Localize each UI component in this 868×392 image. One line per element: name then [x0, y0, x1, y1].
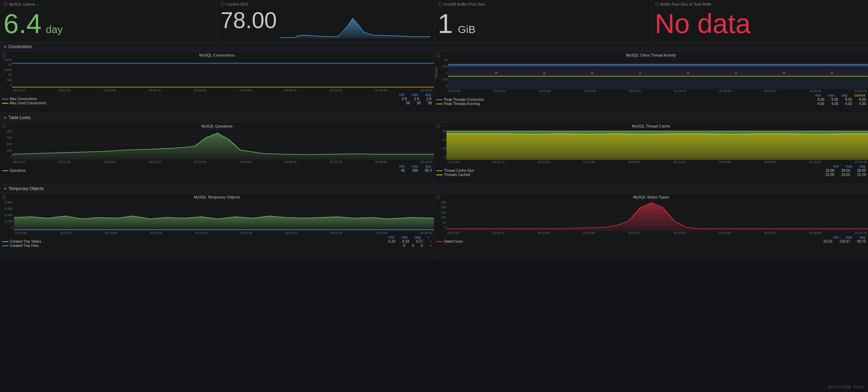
- connections-chart: [12, 57, 434, 88]
- mysql-temp-objects-panel: i MySQL Temporary Objects 0 0.100 0.200 …: [0, 194, 434, 258]
- mysql-client-thread-title: MySQL Client Thread Activity: [434, 53, 868, 57]
- thread-activity-chart: [448, 58, 868, 89]
- qps-value: 78.00: [221, 9, 277, 32]
- info-icon-buffer[interactable]: i: [438, 2, 442, 6]
- thread-cache-chart: [446, 129, 868, 160]
- mysql-thread-cache-title: MySQL Thread Cache: [434, 124, 868, 128]
- info-icon-connections[interactable]: i: [2, 53, 6, 57]
- mysql-client-thread-panel: i MySQL Client Thread Activity Threads 0…: [434, 52, 868, 113]
- connections-section-label: Connections: [8, 44, 32, 49]
- buffer-pool-total-panel: i Buffer Pool Size of Total RAM No data: [651, 0, 868, 42]
- temporary-objects-charts-row: i MySQL Temporary Objects 0 0.100 0.200 …: [0, 194, 868, 259]
- current-qps-title-row: i Current QPS: [221, 2, 431, 6]
- info-icon-buffer-total[interactable]: i: [655, 2, 659, 6]
- max-used-connections-label: Max Used Connections: [10, 101, 46, 105]
- mysql-uptime-title-row: i MySQL Uptime ⌄: [4, 2, 213, 6]
- mysql-questions-title: MySQL Questions: [0, 124, 434, 128]
- table-locks-arrow: ▼: [4, 116, 7, 120]
- innodb-buffer-title-row: i InnoDB Buffer Pool Size: [438, 2, 648, 6]
- connections-arrow: ▼: [4, 45, 7, 49]
- temporary-objects-section-header[interactable]: ▼ Temporary Objects: [0, 184, 868, 194]
- buffer-unit: GiB: [458, 24, 475, 35]
- svg-marker-31: [12, 133, 434, 160]
- temporary-objects-section-label: Temporary Objects: [8, 186, 44, 191]
- mysql-select-types-panel: i MySQL Select Types 0 50 100 150 200 25…: [434, 194, 868, 258]
- table-locks-charts-row: i MySQL Questions 0 100 200 300 400: [0, 123, 868, 184]
- qps-sparkline: [280, 8, 430, 39]
- innodb-buffer-title: InnoDB Buffer Pool Size: [443, 2, 485, 6]
- buffer-pool-total-title-row: i Buffer Pool Size of Total RAM: [655, 2, 865, 6]
- mysql-uptime-panel: i MySQL Uptime ⌄ 6.4 day: [0, 0, 217, 42]
- info-icon-uptime[interactable]: i: [4, 2, 8, 6]
- no-data-value: No data: [655, 8, 751, 39]
- innodb-buffer-panel: i InnoDB Buffer Pool Size 1 GiB: [434, 0, 651, 42]
- info-icon-thread-cache[interactable]: i: [436, 124, 440, 128]
- watermark: @51CTO博客 216.67: [828, 385, 864, 390]
- mysql-thread-cache-panel: i MySQL Thread Cache 0 10 20 30: [434, 123, 868, 184]
- table-locks-section-header[interactable]: ▼ Table Locks: [0, 113, 868, 123]
- max-connections-label: Max Connections: [10, 97, 37, 101]
- questions-chart: [12, 129, 434, 160]
- max-used-connections-line: [2, 103, 8, 104]
- buffer-pool-total-title: Buffer Pool Size of Total RAM: [661, 2, 711, 6]
- connections-section-header[interactable]: ▼ Connections: [0, 42, 868, 52]
- top-panels: i MySQL Uptime ⌄ 6.4 day i Current QPS 7…: [0, 0, 868, 42]
- mysql-temp-objects-title: MySQL Temporary Objects: [0, 195, 434, 199]
- current-qps-panel: i Current QPS 78.00: [217, 0, 435, 42]
- info-icon-thread-activity[interactable]: i: [436, 53, 440, 57]
- svg-marker-25: [448, 64, 868, 89]
- current-qps-title: Current QPS: [226, 2, 249, 6]
- info-icon-questions[interactable]: i: [2, 124, 6, 128]
- mysql-questions-panel: i MySQL Questions 0 100 200 300 400: [0, 123, 434, 184]
- max-connections-line: [2, 99, 8, 99]
- uptime-value: 6.4: [4, 10, 41, 37]
- uptime-unit: day: [46, 24, 62, 35]
- info-icon-select-types[interactable]: i: [436, 195, 440, 199]
- connections-charts-row: i MySQL Connections 0 500 1K 1.50K 2K 2.…: [0, 52, 868, 113]
- info-icon-temp-objects[interactable]: i: [2, 195, 6, 199]
- mysql-connections-panel: i MySQL Connections 0 500 1K 1.50K 2K 2.…: [0, 52, 434, 113]
- mysql-connections-title: MySQL Connections: [0, 53, 434, 57]
- svg-marker-52: [446, 203, 868, 231]
- svg-marker-38: [446, 134, 868, 160]
- info-icon-qps[interactable]: i: [221, 2, 225, 6]
- table-locks-section-label: Table Locks: [8, 115, 31, 120]
- buffer-value: 1: [438, 10, 453, 37]
- mysql-select-types-title: MySQL Select Types: [434, 195, 868, 199]
- mysql-uptime-title: MySQL Uptime: [9, 2, 35, 6]
- temp-objects-chart: [14, 200, 434, 231]
- uptime-dropdown-arrow[interactable]: ⌄: [37, 2, 39, 6]
- select-types-chart: [446, 200, 868, 231]
- temporary-objects-arrow: ▼: [4, 187, 7, 191]
